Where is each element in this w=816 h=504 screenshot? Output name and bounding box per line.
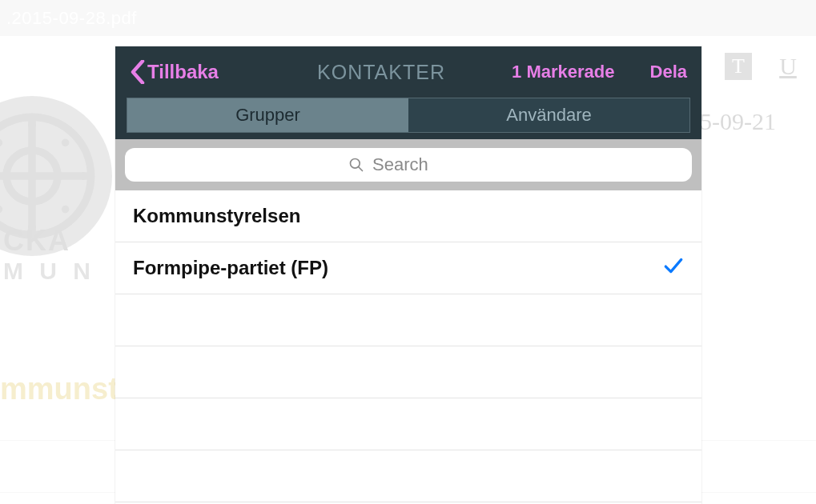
search-icon — [348, 157, 364, 173]
tab-groups[interactable]: Grupper — [127, 98, 408, 132]
svg-line-13 — [359, 167, 363, 171]
svg-point-7 — [79, 172, 87, 180]
emblem-line1: CKA — [3, 224, 96, 258]
background-date: 5-09-21 — [700, 108, 776, 135]
back-button[interactable]: Tillbaka — [130, 60, 219, 84]
text-style-icon: T — [725, 53, 752, 80]
emblem-text: CKA M U N — [0, 224, 96, 285]
background-format-toolbar: T U — [725, 53, 802, 80]
list-item — [115, 346, 701, 398]
search-input[interactable] — [372, 154, 468, 175]
list-item — [115, 294, 701, 346]
svg-point-10 — [0, 206, 2, 214]
modal-title: KONTAKTER — [251, 61, 512, 84]
background-filename-bar: .2015-09-28.pdf — [0, 0, 816, 36]
contacts-modal: Tillbaka KONTAKTER 1 Markerade Dela Grup… — [115, 46, 701, 504]
svg-point-4 — [28, 121, 36, 129]
svg-point-9 — [62, 139, 70, 147]
underline-icon: U — [774, 53, 802, 80]
search-field[interactable] — [125, 148, 692, 182]
list-item — [115, 398, 701, 450]
background-filename: .2015-09-28.pdf — [6, 8, 137, 29]
emblem-icon — [0, 112, 96, 240]
groups-list: Kommunstyrelsen Formpipe-partiet (FP) — [115, 190, 701, 504]
list-item-label: Kommunstyrelsen — [133, 205, 300, 227]
modal-header-row: Tillbaka KONTAKTER 1 Markerade Dela — [115, 50, 701, 94]
svg-point-11 — [62, 206, 70, 214]
share-button[interactable]: Dela — [650, 62, 687, 82]
list-item[interactable]: Formpipe-partiet (FP) — [115, 242, 701, 294]
list-item-label: Formpipe-partiet (FP) — [133, 257, 328, 279]
search-bar — [115, 139, 701, 190]
tab-users[interactable]: Användare — [408, 98, 689, 132]
chevron-left-icon — [130, 60, 146, 84]
list-item — [115, 450, 701, 502]
selected-count-label: 1 Markerade — [512, 62, 614, 82]
modal-header-right: 1 Markerade Dela — [512, 62, 687, 82]
checkmark-icon — [663, 255, 684, 281]
tab-segmented-control: Grupper Användare — [127, 98, 690, 133]
modal-header: Tillbaka KONTAKTER 1 Markerade Dela Grup… — [115, 46, 701, 139]
emblem-line2: M U N — [3, 258, 96, 285]
svg-point-8 — [0, 139, 2, 147]
list-item[interactable]: Kommunstyrelsen — [115, 190, 701, 242]
back-label: Tillbaka — [147, 61, 219, 83]
